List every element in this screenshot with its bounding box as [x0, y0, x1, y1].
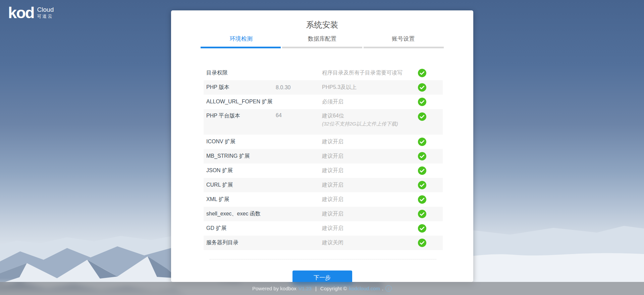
check-item-requirement: 建议开启 [322, 167, 418, 174]
check-item-name: 目录权限 [204, 69, 276, 77]
table-row: JSON 扩展 建议开启 [204, 163, 443, 178]
check-success-icon [418, 152, 426, 160]
copyright-text: Copyright © [320, 286, 347, 291]
installer-card: 系统安装 环境检测 数据库配置 账号设置 目录权限 程序目录及所有子目录需要可读… [171, 10, 473, 282]
kodcloud-link[interactable]: kodcloud.com [349, 286, 380, 291]
check-success-icon [418, 224, 426, 233]
footer-period: . [382, 286, 383, 291]
check-item-requirement: PHP5.3及以上 [322, 84, 418, 91]
check-item-requirement: 建议开启 [322, 153, 418, 160]
check-item-name: 服务器列目录 [204, 239, 276, 246]
check-item-name: PHP 版本 [204, 84, 276, 91]
table-row: CURL 扩展 建议开启 [204, 178, 443, 192]
table-row: PHP 版本 8.0.30 PHP5.3及以上 [204, 80, 443, 95]
check-item-requirement: 建议开启 [322, 225, 418, 232]
check-success-icon [418, 195, 426, 204]
check-table: 目录权限 程序目录及所有子目录需要可读写 PHP 版本 8.0.30 PHP5.… [204, 66, 443, 250]
check-item-name: JSON 扩展 [204, 167, 276, 174]
table-row: GD 扩展 建议开启 [204, 221, 443, 236]
table-row: 目录权限 程序目录及所有子目录需要可读写 [204, 66, 443, 80]
check-item-name: shell_exec、exec 函数 [204, 210, 276, 217]
check-item-requirement: 建议开启 [322, 138, 418, 145]
check-item-requirement: 建议关闭 [322, 239, 418, 246]
check-success-icon [418, 83, 426, 92]
check-success-icon [418, 210, 426, 218]
check-success-icon [418, 138, 426, 146]
page-title: 系统安装 [171, 20, 473, 30]
check-item-name: ALLOW_URL_FOPEN 扩展 [204, 98, 276, 105]
table-row: MB_STRING 扩展 建议开启 [204, 149, 443, 163]
step-progress-bar [201, 47, 444, 48]
check-item-name: MB_STRING 扩展 [204, 153, 276, 160]
logo-cloud-text: Cloud [37, 6, 54, 13]
check-item-value: 64 [276, 112, 322, 118]
table-row: ALLOW_URL_FOPEN 扩展 必须开启 [204, 95, 443, 109]
divider [210, 259, 436, 259]
footer-separator: | [315, 286, 317, 291]
info-icon[interactable]: i [385, 285, 392, 292]
kodcloud-logo: kod Cloud 可道云 [8, 5, 54, 20]
check-success-icon [418, 181, 426, 189]
footer-bar: Powered by kodbox V1.23 | Copyright © ko… [0, 282, 644, 295]
table-row: PHP 平台版本 64 建议64位 (32位不支持2G以上文件上传下载) [204, 109, 443, 135]
tab-account-setup[interactable]: 账号设置 [363, 35, 444, 43]
check-success-icon [418, 98, 426, 106]
logo-kod-text: kod [8, 5, 34, 20]
check-item-name: XML 扩展 [204, 196, 276, 203]
logo-chinese-text: 可道云 [37, 14, 54, 19]
tab-environment-check[interactable]: 环境检测 [201, 35, 282, 43]
table-row: XML 扩展 建议开启 [204, 192, 443, 207]
table-row: ICONV 扩展 建议开启 [204, 135, 443, 149]
table-row: shell_exec、exec 函数 建议开启 [204, 207, 443, 221]
progress-segment-environment [201, 47, 281, 48]
progress-segment-database [282, 47, 362, 48]
check-success-icon [418, 166, 426, 175]
installer-tabs: 环境检测 数据库配置 账号设置 [201, 35, 444, 43]
check-success-icon [418, 239, 426, 247]
check-item-requirement: 建议开启 [322, 196, 418, 203]
check-item-name: CURL 扩展 [204, 182, 276, 189]
check-item-requirement: 程序目录及所有子目录需要可读写 [322, 69, 418, 77]
tab-database-config[interactable]: 数据库配置 [282, 35, 363, 43]
progress-segment-account [364, 47, 444, 48]
version-link[interactable]: V1.23 [299, 286, 312, 291]
check-item-value: 8.0.30 [276, 85, 322, 91]
check-success-icon [418, 112, 426, 121]
check-item-requirement: 建议开启 [322, 210, 418, 217]
check-item-requirement: 必须开启 [322, 98, 418, 105]
check-item-name: ICONV 扩展 [204, 138, 276, 145]
check-item-name: GD 扩展 [204, 225, 276, 232]
table-row: 服务器列目录 建议关闭 [204, 236, 443, 250]
check-item-name: PHP 平台版本 [204, 112, 276, 119]
powered-by-text: Powered by kodbox [252, 286, 297, 291]
check-success-icon [418, 69, 426, 77]
check-item-requirement: 建议开启 [322, 182, 418, 189]
check-item-requirement: 建议64位 (32位不支持2G以上文件上传下载) [322, 112, 418, 127]
